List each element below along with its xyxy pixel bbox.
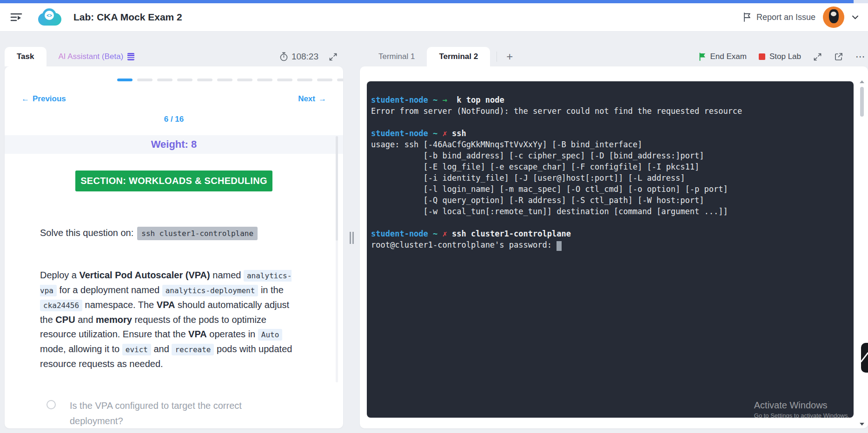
- scroll-up-arrow-icon[interactable]: [860, 80, 864, 83]
- terminal-column: Terminal 1 Terminal 2 + End Exam: [360, 47, 868, 428]
- task-column: Task AI Assistant (Beta) 108:23: [5, 47, 343, 428]
- report-issue-button[interactable]: Report an Issue: [742, 12, 815, 22]
- terminal-line: usage: ssh [-46AaCfGgKkMNnqsTtVvXxYy] [-…: [371, 139, 849, 150]
- section-banner: SECTION: WORKLOADS & SCHEDULING: [75, 171, 272, 191]
- progress-segment[interactable]: [197, 79, 212, 81]
- top-accent-bar: [0, 0, 868, 3]
- terminal-line: [371, 117, 849, 128]
- inline-code-chip: Auto: [258, 329, 283, 341]
- end-exam-label: End Exam: [710, 52, 747, 61]
- terminal-line: [-l login_name] [-m mac_spec] [-O ctl_cm…: [371, 184, 849, 195]
- maximize-icon: [813, 52, 822, 61]
- terminal-cursor: [557, 241, 562, 251]
- terminal-line: [-w local_tun[:remote_tun]] destination …: [371, 206, 849, 217]
- tab-task[interactable]: Task: [5, 47, 46, 66]
- terminal-line: [-E log_file] [-e escape_char] [-F confi…: [371, 161, 849, 172]
- task-panel: ← Previous Next → 6 / 16 Weight: 8 SECTI…: [5, 66, 343, 428]
- splitter-grip-icon: [350, 232, 354, 244]
- progress-segment[interactable]: [317, 79, 332, 81]
- terminal-line: Error from server (NotFound): the server…: [371, 105, 849, 117]
- terminal-line: student-node ~ → k top node: [371, 94, 849, 105]
- expand-task-panel-button[interactable]: [329, 52, 338, 61]
- user-avatar[interactable]: [823, 7, 844, 28]
- progress-segment[interactable]: [117, 79, 133, 81]
- tab-divider: [497, 52, 497, 62]
- progress-segment[interactable]: [237, 79, 252, 81]
- terminal-screen[interactable]: student-node ~ → k top nodeError from se…: [367, 81, 854, 418]
- progress-segment[interactable]: [137, 79, 152, 81]
- timer-zone: 108:23: [280, 47, 343, 66]
- external-link-icon: [834, 52, 843, 61]
- tab-terminal-2-label: Terminal 2: [439, 52, 478, 61]
- sidebar-toggle-button[interactable]: [9, 11, 23, 23]
- inline-code-chip: analytics-deployment: [162, 285, 258, 296]
- progress-segment[interactable]: [297, 79, 312, 81]
- edge-feedback-widget[interactable]: [861, 343, 868, 373]
- terminal-tab-bar: Terminal 1 Terminal 2 + End Exam: [360, 47, 868, 66]
- solve-on-label: Solve this question on:: [40, 228, 133, 238]
- ssh-target-code[interactable]: ssh cluster1-controlplane: [137, 227, 258, 240]
- tab-ai-assistant[interactable]: AI Assistant (Beta): [46, 47, 147, 66]
- inline-code-chip: evict: [122, 344, 151, 355]
- question-nav-row: ← Previous Next →: [21, 94, 326, 104]
- more-options-button[interactable]: ⋯: [855, 51, 866, 62]
- expand-terminal-button[interactable]: [813, 52, 822, 61]
- lab-actions: End Exam Stop Lab: [699, 47, 868, 66]
- solve-on-row: Solve this question on:ssh cluster1-cont…: [40, 228, 343, 238]
- previous-label: Previous: [33, 94, 66, 104]
- report-issue-label: Report an Issue: [756, 13, 815, 22]
- terminal-line: root@cluster1-controlplane's password:: [371, 239, 849, 251]
- ai-stack-icon: [127, 53, 134, 60]
- arrow-right-icon: →: [318, 94, 326, 104]
- progress-segment[interactable]: [177, 79, 192, 81]
- progress-segment[interactable]: [277, 79, 292, 81]
- scroll-down-arrow-icon[interactable]: [860, 423, 864, 426]
- open-in-new-window-button[interactable]: [834, 52, 843, 61]
- left-tab-bar: Task AI Assistant (Beta) 108:23: [5, 47, 343, 66]
- progress-segment[interactable]: [337, 79, 343, 81]
- next-label: Next: [298, 94, 315, 104]
- workspace: Task AI Assistant (Beta) 108:23: [0, 32, 868, 433]
- header-right-group: Report an Issue: [742, 7, 859, 28]
- progress-segment[interactable]: [257, 79, 272, 81]
- validation-question-row: Is the VPA configured to target the corr…: [46, 398, 343, 428]
- tab-ai-assistant-label: AI Assistant (Beta): [59, 52, 124, 61]
- progress-segment[interactable]: [217, 79, 232, 81]
- terminal-line: student-node ~ ✗ ssh cluster1-controlpla…: [371, 228, 849, 239]
- inline-code-chip: cka24456: [40, 300, 82, 311]
- inline-code-chip: recreate: [172, 344, 214, 355]
- app-window: Lab: CKA Mock Exam 2 Report an Issue Tas…: [0, 0, 868, 433]
- kodekloud-logo-icon[interactable]: [38, 8, 61, 26]
- terminal-panel: student-node ~ → k top nodeError from se…: [360, 66, 868, 428]
- tab-terminal-1-label: Terminal 1: [378, 52, 415, 61]
- stop-lab-label: Stop Lab: [769, 52, 801, 61]
- panel-splitter[interactable]: [343, 47, 360, 428]
- stop-lab-button[interactable]: Stop Lab: [759, 52, 801, 61]
- scrollbar-thumb[interactable]: [860, 87, 864, 117]
- flag-filled-icon: [699, 52, 706, 61]
- question-weight-badge: Weight: 8: [5, 135, 343, 154]
- maximize-icon: [329, 52, 338, 61]
- app-header: Lab: CKA Mock Exam 2 Report an Issue: [0, 3, 868, 32]
- previous-question-button[interactable]: ← Previous: [21, 94, 66, 104]
- question-text: Deploy a Vertical Pod Autoscaler (VPA) n…: [40, 268, 298, 371]
- tab-terminal-2[interactable]: Terminal 2: [427, 47, 490, 66]
- terminal-line: [371, 217, 849, 228]
- tab-terminal-1[interactable]: Terminal 1: [366, 47, 427, 66]
- flag-outline-icon: [742, 12, 752, 22]
- stop-square-icon: [759, 53, 765, 60]
- next-question-button[interactable]: Next →: [298, 94, 326, 104]
- end-exam-button[interactable]: End Exam: [699, 52, 747, 61]
- validation-radio[interactable]: [46, 400, 56, 409]
- chevron-down-icon[interactable]: [852, 15, 859, 20]
- arrow-left-icon: ←: [21, 94, 29, 104]
- terminal-line: [-i identity_file] [-J [user@]host[:port…: [371, 172, 849, 184]
- progress-segment[interactable]: [157, 79, 172, 81]
- add-terminal-button[interactable]: +: [504, 50, 516, 63]
- task-panel-scrollbar[interactable]: [336, 136, 338, 382]
- logo-code-brackets-icon: [45, 11, 54, 20]
- terminal-scrollbar[interactable]: [859, 80, 865, 426]
- timer-value: 108:23: [292, 52, 318, 62]
- terminal-line: student-node ~ ✗ ssh: [371, 128, 849, 139]
- validation-question-label: Is the VPA configured to target the corr…: [70, 398, 256, 428]
